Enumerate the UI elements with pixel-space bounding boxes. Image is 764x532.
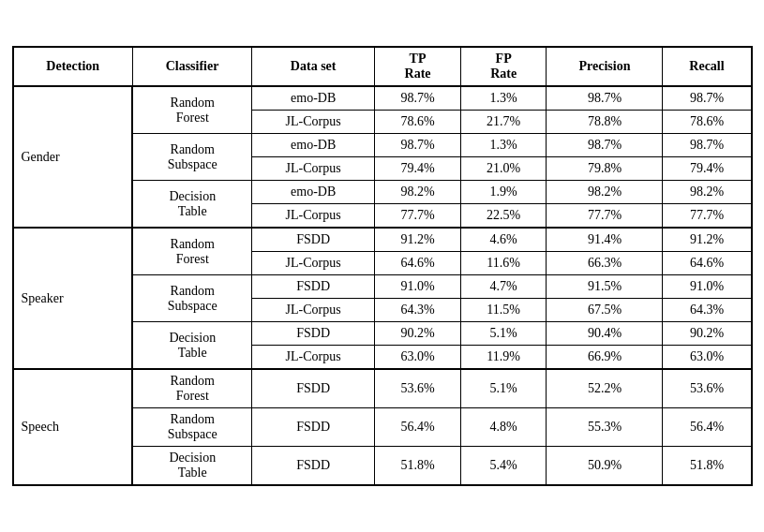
fp-rate-cell: 1.9%	[460, 181, 547, 204]
classifier-cell: RandomSubspace	[132, 275, 251, 322]
tp-rate-cell: 53.6%	[375, 369, 461, 408]
precision-cell: 77.7%	[547, 204, 663, 229]
precision-cell: 98.7%	[547, 86, 663, 111]
header-classifier: Classifier	[132, 47, 251, 86]
dataset-cell: JL-Corpus	[252, 346, 375, 370]
fp-rate-cell: 11.5%	[460, 299, 547, 322]
tp-rate-cell: 64.6%	[375, 252, 461, 275]
tp-rate-cell: 78.6%	[375, 111, 461, 134]
precision-cell: 98.2%	[547, 181, 663, 204]
detection-cell: Speaker	[13, 228, 133, 369]
dataset-cell: JL-Corpus	[252, 299, 375, 322]
header-precision: Precision	[547, 47, 663, 86]
recall-cell: 98.7%	[663, 134, 752, 157]
tp-rate-cell: 51.8%	[375, 447, 461, 486]
header-detection: Detection	[13, 47, 133, 86]
precision-cell: 91.4%	[547, 228, 663, 252]
classifier-cell: RandomForest	[132, 369, 251, 408]
recall-cell: 91.2%	[663, 228, 752, 252]
precision-cell: 66.9%	[547, 346, 663, 370]
precision-cell: 66.3%	[547, 252, 663, 275]
classifier-cell: RandomForest	[132, 86, 251, 134]
dataset-cell: JL-Corpus	[252, 252, 375, 275]
tp-rate-cell: 98.7%	[375, 134, 461, 157]
tp-rate-cell: 79.4%	[375, 157, 461, 181]
precision-cell: 90.4%	[547, 322, 663, 346]
precision-cell: 67.5%	[547, 299, 663, 322]
recall-cell: 51.8%	[663, 447, 752, 486]
precision-cell: 78.8%	[547, 111, 663, 134]
fp-rate-cell: 11.6%	[460, 252, 547, 275]
tp-rate-cell: 98.7%	[375, 86, 461, 111]
classifier-cell: DecisionTable	[132, 181, 251, 229]
table-row: SpeakerRandomForestFSDD91.2%4.6%91.4%91.…	[13, 228, 752, 252]
fp-rate-cell: 1.3%	[460, 134, 547, 157]
tp-rate-cell: 77.7%	[375, 204, 461, 229]
fp-rate-cell: 4.7%	[460, 275, 547, 299]
header-recall: Recall	[663, 47, 752, 86]
dataset-cell: emo-DB	[252, 181, 375, 204]
tp-rate-cell: 98.2%	[375, 181, 461, 204]
table-row: SpeechRandomForestFSDD53.6%5.1%52.2%53.6…	[13, 369, 752, 408]
tp-rate-cell: 64.3%	[375, 299, 461, 322]
recall-cell: 91.0%	[663, 275, 752, 299]
recall-cell: 78.6%	[663, 111, 752, 134]
recall-cell: 79.4%	[663, 157, 752, 181]
results-table: Detection Classifier Data set TPRate FPR…	[12, 46, 753, 486]
recall-cell: 98.2%	[663, 181, 752, 204]
recall-cell: 64.3%	[663, 299, 752, 322]
recall-cell: 90.2%	[663, 322, 752, 346]
recall-cell: 77.7%	[663, 204, 752, 229]
classifier-cell: RandomSubspace	[132, 408, 251, 447]
classifier-cell: DecisionTable	[132, 322, 251, 370]
dataset-cell: FSDD	[252, 322, 375, 346]
table-wrapper: Detection Classifier Data set TPRate FPR…	[12, 46, 753, 486]
recall-cell: 98.7%	[663, 86, 752, 111]
recall-cell: 64.6%	[663, 252, 752, 275]
fp-rate-cell: 5.1%	[460, 322, 547, 346]
classifier-cell: RandomSubspace	[132, 134, 251, 181]
precision-cell: 79.8%	[547, 157, 663, 181]
detection-cell: Speech	[13, 369, 133, 485]
detection-cell: Gender	[13, 86, 133, 228]
dataset-cell: emo-DB	[252, 86, 375, 111]
recall-cell: 53.6%	[663, 369, 752, 408]
precision-cell: 52.2%	[547, 369, 663, 408]
header-tp-rate: TPRate	[375, 47, 461, 86]
classifier-cell: DecisionTable	[132, 447, 251, 486]
precision-cell: 55.3%	[547, 408, 663, 447]
dataset-cell: JL-Corpus	[252, 157, 375, 181]
fp-rate-cell: 5.1%	[460, 369, 547, 408]
dataset-cell: FSDD	[252, 228, 375, 252]
recall-cell: 63.0%	[663, 346, 752, 370]
fp-rate-cell: 22.5%	[460, 204, 547, 229]
dataset-cell: JL-Corpus	[252, 111, 375, 134]
precision-cell: 98.7%	[547, 134, 663, 157]
tp-rate-cell: 63.0%	[375, 346, 461, 370]
dataset-cell: FSDD	[252, 275, 375, 299]
fp-rate-cell: 5.4%	[460, 447, 547, 486]
table-row: GenderRandomForestemo-DB98.7%1.3%98.7%98…	[13, 86, 752, 111]
fp-rate-cell: 4.6%	[460, 228, 547, 252]
header-fp-rate: FPRate	[460, 47, 547, 86]
dataset-cell: FSDD	[252, 369, 375, 408]
dataset-cell: emo-DB	[252, 134, 375, 157]
precision-cell: 91.5%	[547, 275, 663, 299]
recall-cell: 56.4%	[663, 408, 752, 447]
tp-rate-cell: 56.4%	[375, 408, 461, 447]
fp-rate-cell: 21.7%	[460, 111, 547, 134]
tp-rate-cell: 90.2%	[375, 322, 461, 346]
tp-rate-cell: 91.0%	[375, 275, 461, 299]
fp-rate-cell: 1.3%	[460, 86, 547, 111]
fp-rate-cell: 11.9%	[460, 346, 547, 370]
dataset-cell: FSDD	[252, 447, 375, 486]
table-header-row: Detection Classifier Data set TPRate FPR…	[13, 47, 752, 86]
dataset-cell: JL-Corpus	[252, 204, 375, 229]
dataset-cell: FSDD	[252, 408, 375, 447]
precision-cell: 50.9%	[547, 447, 663, 486]
fp-rate-cell: 4.8%	[460, 408, 547, 447]
header-dataset: Data set	[252, 47, 375, 86]
tp-rate-cell: 91.2%	[375, 228, 461, 252]
classifier-cell: RandomForest	[132, 228, 251, 275]
fp-rate-cell: 21.0%	[460, 157, 547, 181]
